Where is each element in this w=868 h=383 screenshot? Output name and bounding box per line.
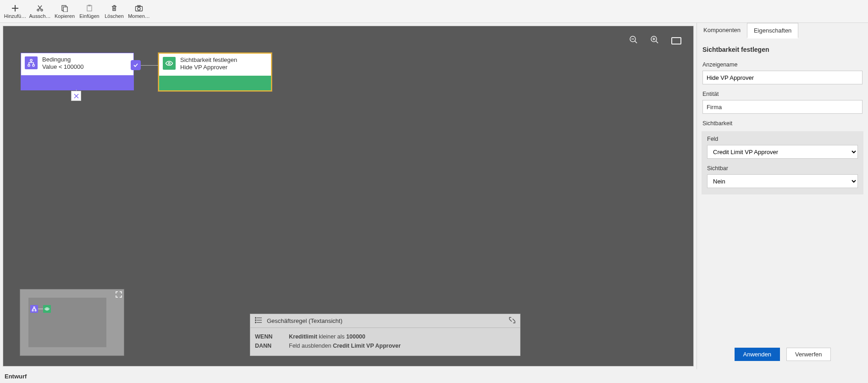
branch-icon bbox=[25, 56, 38, 69]
action-node-set-visibility[interactable]: Sichtbarkeit festlegen Hide VP Approver bbox=[158, 53, 272, 91]
svg-line-10 bbox=[635, 41, 637, 44]
condition-node[interactable]: Bedingung Value < 100000 bbox=[21, 53, 134, 90]
panel-heading: Sichtbarkeit festlegen bbox=[702, 46, 862, 53]
status-bar: Entwurf bbox=[0, 369, 868, 383]
condition-true-badge bbox=[131, 60, 141, 70]
section-visibility-title: Sichtbarkeit bbox=[702, 120, 862, 127]
properties-panel: Komponenten Eigenschaften Sichtbarkeit f… bbox=[697, 23, 868, 369]
label-field: Feld bbox=[707, 136, 858, 142]
zoom-out-button[interactable] bbox=[629, 35, 638, 46]
snapshot-button[interactable]: Momen… bbox=[127, 1, 151, 22]
svg-rect-16 bbox=[30, 60, 32, 61]
svg-point-23 bbox=[46, 308, 47, 309]
svg-point-28 bbox=[255, 320, 256, 321]
eye-icon bbox=[163, 57, 176, 70]
minimap[interactable] bbox=[20, 289, 124, 356]
svg-point-27 bbox=[255, 317, 256, 318]
camera-icon bbox=[135, 4, 143, 12]
connector-line bbox=[141, 65, 158, 66]
svg-point-19 bbox=[168, 62, 170, 64]
svg-rect-20 bbox=[33, 307, 34, 308]
when-label: WENN bbox=[255, 333, 289, 340]
minimap-condition-node bbox=[30, 305, 38, 313]
cut-button[interactable]: Aussch… bbox=[28, 1, 52, 22]
select-field[interactable]: Credit Limit VP Approver bbox=[707, 145, 858, 159]
svg-line-13 bbox=[656, 41, 658, 44]
discard-button[interactable]: Verwerfen bbox=[786, 348, 831, 361]
tab-properties[interactable]: Eigenschaften bbox=[747, 23, 798, 39]
svg-rect-3 bbox=[63, 7, 67, 12]
action-subtitle: Hide VP Approver bbox=[180, 64, 237, 71]
label-displayname: Anzeigename bbox=[702, 61, 862, 68]
input-entity bbox=[702, 100, 862, 114]
svg-rect-8 bbox=[138, 6, 140, 6]
copy-icon bbox=[61, 4, 68, 12]
trash-icon bbox=[111, 4, 118, 12]
paste-icon bbox=[86, 4, 93, 12]
when-field: Kreditlimit bbox=[289, 333, 317, 340]
scissors-icon bbox=[36, 4, 44, 12]
condition-false-badge bbox=[71, 91, 81, 101]
designer-canvas[interactable]: Bedingung Value < 100000 bbox=[3, 26, 694, 366]
textview-title: Geschäftsregel (Textansicht) bbox=[267, 317, 343, 324]
label-visible: Sichtbar bbox=[707, 165, 858, 172]
zoom-in-button[interactable] bbox=[650, 35, 659, 46]
when-op: kleiner als bbox=[319, 333, 344, 340]
then-field: Credit Limit VP Approver bbox=[333, 343, 401, 349]
then-label: DANN bbox=[255, 343, 289, 349]
paste-label: Einfügen bbox=[79, 13, 99, 19]
tab-components[interactable]: Komponenten bbox=[697, 23, 747, 39]
label-entity: Entität bbox=[702, 91, 862, 97]
svg-rect-5 bbox=[88, 5, 90, 6]
input-displayname[interactable] bbox=[702, 71, 862, 84]
svg-rect-22 bbox=[35, 310, 36, 311]
status-text: Entwurf bbox=[5, 373, 27, 380]
select-visible[interactable]: Nein bbox=[707, 174, 858, 188]
textview-expand-icon[interactable] bbox=[509, 317, 515, 325]
add-label: Hinzufü… bbox=[4, 13, 26, 19]
minimap-action-node bbox=[43, 305, 51, 313]
condition-subtitle: Value < 100000 bbox=[42, 63, 83, 71]
copy-label: Kopieren bbox=[55, 13, 75, 19]
cut-label: Aussch… bbox=[29, 13, 50, 19]
apply-button[interactable]: Anwenden bbox=[735, 348, 780, 361]
action-title: Sichtbarkeit festlegen bbox=[180, 56, 237, 64]
svg-point-29 bbox=[255, 322, 256, 323]
copy-button[interactable]: Kopieren bbox=[52, 1, 77, 22]
when-value: 100000 bbox=[346, 333, 365, 340]
toolbar: Hinzufü… Aussch… Kopieren Einfügen Lösch… bbox=[0, 0, 868, 23]
condition-title: Bedingung bbox=[42, 56, 83, 63]
business-rule-textview: Geschäftsregel (Textansicht) WENN Kredit… bbox=[250, 314, 520, 356]
svg-rect-4 bbox=[87, 6, 92, 11]
snapshot-label: Momen… bbox=[128, 13, 150, 19]
paste-button[interactable]: Einfügen bbox=[77, 1, 102, 22]
svg-point-7 bbox=[138, 7, 140, 10]
delete-button[interactable]: Löschen bbox=[102, 1, 127, 22]
plus-icon bbox=[11, 4, 19, 12]
add-button[interactable]: Hinzufü… bbox=[3, 1, 28, 22]
svg-point-0 bbox=[37, 9, 39, 11]
textview-icon bbox=[255, 317, 262, 325]
then-prefix: Feld ausblenden bbox=[289, 343, 331, 349]
svg-rect-17 bbox=[28, 65, 30, 67]
svg-rect-21 bbox=[32, 310, 33, 311]
delete-label: Löschen bbox=[105, 13, 124, 19]
minimap-collapse-icon[interactable] bbox=[116, 291, 122, 299]
svg-point-1 bbox=[41, 9, 43, 11]
fit-to-screen-button[interactable] bbox=[671, 37, 681, 44]
svg-rect-18 bbox=[33, 65, 34, 67]
